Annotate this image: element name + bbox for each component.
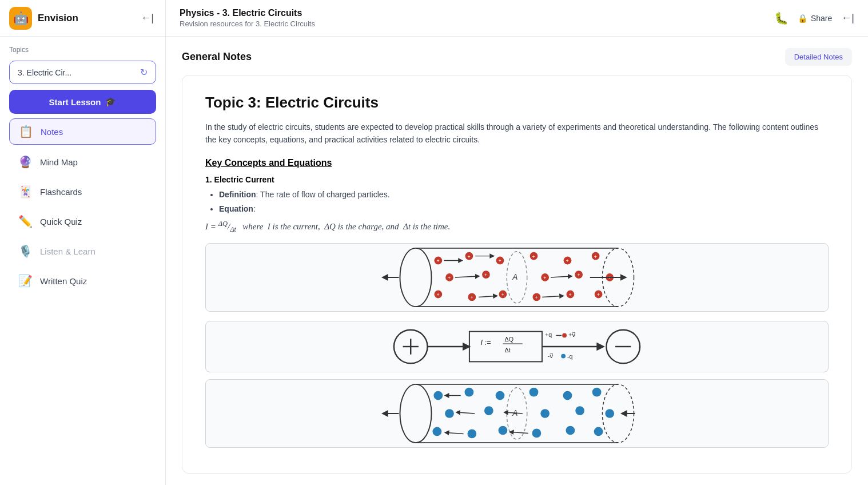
app-title: Envision: [38, 13, 133, 24]
detailed-notes-button[interactable]: Detailed Notes: [785, 48, 852, 66]
svg-text:+: +: [467, 253, 470, 259]
svg-text:+: +: [566, 258, 569, 264]
electric-current-diagram-2: A: [205, 379, 829, 448]
svg-line-45: [542, 296, 562, 297]
svg-line-44: [479, 296, 496, 297]
svg-point-74: [465, 388, 474, 397]
definition-text: : The rate of flow of charged particles.: [256, 190, 390, 199]
svg-line-91: [458, 412, 475, 414]
svg-point-88: [566, 426, 575, 435]
content-area: General Notes Detailed Notes Topic 3: El…: [166, 37, 868, 485]
svg-point-83: [605, 409, 614, 418]
sidebar-item-writtenquiz[interactable]: 📝 Written Quiz: [9, 268, 156, 293]
notes-intro: In the study of electric circuits, stude…: [205, 121, 829, 146]
svg-text:+: +: [448, 275, 451, 281]
mindmap-icon: 🔮: [17, 155, 33, 169]
svg-point-78: [592, 388, 602, 397]
bug-report-button[interactable]: 🐛: [774, 11, 789, 25]
equation-label: Equation: [219, 204, 253, 213]
svg-point-0: [400, 248, 431, 307]
svg-text:+: +: [470, 295, 473, 300]
listenlearn-icon: 🎙️: [17, 244, 33, 258]
section-header: General Notes Detailed Notes: [182, 48, 852, 66]
svg-text:+: +: [543, 275, 546, 281]
app-logo: 🤖: [9, 7, 32, 30]
svg-text:+: +: [577, 272, 580, 278]
collapse-sidebar-button[interactable]: ←|: [138, 10, 156, 26]
notes-card: Topic 3: Electric Circuits In the study …: [182, 75, 852, 474]
notes-main-title: Topic 3: Electric Circuits: [205, 94, 829, 112]
svg-line-94: [511, 432, 528, 433]
page-title: Physics - 3. Electric Circuits: [180, 8, 315, 18]
section-title: General Notes: [182, 51, 252, 63]
main-area: Physics - 3. Electric Circuits Revision …: [166, 0, 868, 485]
svg-text:+: +: [499, 258, 501, 264]
circuit-formula-diagram: I := ΔQ Δt +q +v⃗ -v⃗ -q: [205, 321, 829, 372]
start-lesson-label: Start Lesson: [49, 97, 101, 107]
sidebar: 🤖 Envision ←| Topics 3. Electric Cir... …: [0, 0, 166, 485]
main-header-actions: 🐛 🔒 Share ←|: [774, 11, 854, 25]
sidebar-item-flashcards[interactable]: 🃏 Flashcards: [9, 179, 156, 204]
lock-icon: 🔒: [798, 14, 807, 23]
svg-text:+: +: [594, 253, 597, 259]
svg-text:+v⃗: +v⃗: [568, 331, 576, 338]
sidebar-item-quickquiz[interactable]: ✏️ Quick Quiz: [9, 209, 156, 234]
svg-line-43: [551, 276, 570, 277]
sidebar-item-notes[interactable]: 📋 Notes: [9, 118, 156, 145]
svg-point-75: [496, 391, 505, 400]
sidebar-item-mindmap[interactable]: 🔮 Mind Map: [9, 149, 156, 174]
quickquiz-icon: ✏️: [17, 214, 33, 228]
notes-icon: 📋: [18, 125, 34, 138]
expand-button[interactable]: ←|: [841, 12, 854, 24]
svg-point-63: [561, 353, 566, 358]
svg-point-86: [499, 426, 508, 435]
svg-point-79: [445, 409, 454, 418]
svg-point-67: [400, 384, 431, 443]
svg-text:-v⃗: -v⃗: [548, 352, 554, 359]
concept-1-title: 1. Electric Current: [205, 175, 829, 184]
sidebar-header: 🤖 Envision ←|: [0, 0, 165, 37]
svg-point-76: [529, 388, 539, 397]
share-button[interactable]: 🔒 Share: [798, 14, 832, 23]
svg-point-73: [433, 391, 443, 400]
electric-current-diagram-1: A + + + + + + + + + + + + + +: [205, 243, 829, 312]
main-header-info: Physics - 3. Electric Circuits Revision …: [180, 8, 315, 28]
svg-text:ΔQ: ΔQ: [504, 336, 513, 343]
definition-label: Definition: [219, 190, 256, 199]
concept-1-list: Definition: The rate of flow of charged …: [205, 189, 829, 215]
svg-point-85: [467, 429, 476, 438]
svg-text:Δt: Δt: [504, 347, 510, 353]
svg-text:+: +: [535, 295, 537, 300]
svg-point-77: [563, 391, 572, 400]
svg-text:+: +: [501, 292, 504, 297]
definition-item: Definition: The rate of flow of charged …: [219, 189, 829, 201]
writtenquiz-label: Written Quiz: [40, 276, 87, 286]
svg-line-92: [505, 412, 523, 414]
listenlearn-label: Listen & Learn: [40, 247, 95, 256]
svg-text:+: +: [532, 253, 535, 259]
equation-item: Equation:: [219, 203, 829, 215]
svg-point-80: [484, 406, 493, 415]
topic-item-label: 3. Electric Cir...: [18, 68, 71, 77]
svg-point-59: [562, 333, 567, 337]
svg-point-81: [540, 409, 550, 418]
topic-item[interactable]: 3. Electric Cir... ↻: [9, 61, 156, 84]
svg-text:A: A: [512, 273, 517, 281]
sidebar-content: Topics 3. Electric Cir... ↻ Start Lesson…: [0, 37, 165, 485]
svg-text:-q: -q: [567, 352, 573, 359]
start-lesson-button[interactable]: Start Lesson 🎓: [9, 90, 156, 114]
equation-formula: I = ΔQ/Δt where I is the current, ΔQ is …: [205, 220, 829, 234]
quickquiz-label: Quick Quiz: [40, 217, 82, 226]
svg-text:+: +: [568, 292, 571, 297]
svg-point-87: [532, 428, 541, 438]
svg-text:+q: +q: [545, 331, 552, 338]
key-concepts-heading: Key Concepts and Equations: [205, 158, 829, 168]
svg-text:+: +: [484, 272, 487, 278]
svg-text:+: +: [436, 258, 439, 264]
notes-label: Notes: [41, 127, 63, 137]
svg-text:I :=: I :=: [480, 338, 491, 347]
main-header: Physics - 3. Electric Circuits Revision …: [166, 0, 868, 37]
flashcards-label: Flashcards: [40, 187, 82, 197]
topics-label: Topics: [9, 46, 156, 54]
sidebar-item-listenlearn: 🎙️ Listen & Learn: [9, 238, 156, 264]
